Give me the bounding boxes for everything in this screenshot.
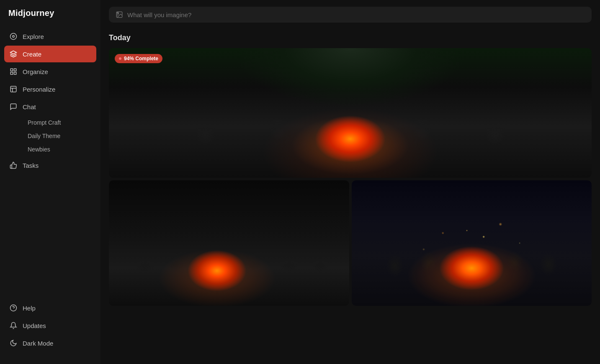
- sidebar-item-tasks[interactable]: Tasks: [4, 157, 96, 174]
- sidebar-item-chat-label: Chat: [23, 103, 36, 110]
- progress-text: 94% Complete: [124, 56, 158, 62]
- svg-point-12: [118, 13, 118, 14]
- sidebar-item-updates-label: Updates: [23, 322, 46, 329]
- sidebar-item-newbies[interactable]: Newbies: [23, 143, 96, 156]
- image-grid-top: 94% Complete: [109, 48, 592, 178]
- app-logo: Midjourney: [0, 8, 100, 28]
- sidebar-item-personalize-label: Personalize: [23, 86, 55, 93]
- svg-rect-2: [10, 69, 13, 71]
- image-campfire-2: [109, 180, 349, 306]
- main-content: Today 94% Complete: [100, 0, 600, 364]
- sidebar: Midjourney Explore Create: [0, 0, 100, 364]
- svg-rect-5: [14, 72, 16, 74]
- sidebar-item-prompt-craft[interactable]: Prompt Craft: [23, 116, 96, 129]
- sidebar-item-explore-label: Explore: [23, 33, 44, 40]
- sidebar-item-updates[interactable]: Updates: [4, 317, 96, 334]
- image-campfire-3: [352, 180, 592, 306]
- section-title-today: Today: [109, 33, 592, 42]
- progress-badge: 94% Complete: [115, 54, 162, 63]
- sidebar-item-explore[interactable]: Explore: [4, 28, 96, 45]
- progress-dot: [119, 57, 121, 60]
- sidebar-item-organize-label: Organize: [23, 68, 48, 75]
- chat-sub-items: Prompt Craft Daily Theme Newbies: [4, 116, 96, 156]
- sidebar-item-help-label: Help: [23, 305, 36, 312]
- image-card-1[interactable]: 94% Complete: [109, 48, 592, 178]
- sidebar-item-personalize[interactable]: Personalize: [4, 81, 96, 97]
- sidebar-item-help[interactable]: Help: [4, 300, 96, 316]
- sidebar-item-create[interactable]: Create: [4, 46, 96, 62]
- dark-mode-icon: [9, 339, 18, 347]
- image-grid-bottom: [109, 180, 592, 306]
- image-card-3[interactable]: [352, 180, 592, 306]
- sidebar-item-organize[interactable]: Organize: [4, 63, 96, 80]
- sidebar-item-dark-mode-label: Dark Mode: [23, 340, 53, 347]
- content-area: Today 94% Complete: [100, 29, 600, 364]
- svg-rect-4: [10, 72, 13, 74]
- svg-point-0: [10, 33, 17, 40]
- create-icon: [9, 50, 18, 58]
- sidebar-item-create-label: Create: [23, 51, 41, 58]
- sidebar-item-tasks-label: Tasks: [23, 162, 39, 169]
- sidebar-bottom: Help Updates Dark Mode: [0, 300, 100, 356]
- explore-icon: [9, 32, 18, 41]
- search-input[interactable]: [127, 11, 585, 18]
- personalize-icon: [9, 85, 18, 93]
- svg-point-1: [13, 36, 15, 38]
- chat-icon: [9, 103, 18, 111]
- help-icon: [9, 304, 18, 312]
- tasks-icon: [9, 161, 18, 169]
- search-bar: [100, 0, 600, 29]
- updates-icon: [9, 321, 18, 330]
- svg-rect-3: [14, 69, 16, 71]
- organize-icon: [9, 67, 18, 76]
- image-campfire-1: [109, 48, 592, 178]
- svg-rect-6: [10, 86, 16, 92]
- sidebar-nav: Explore Create Organize: [0, 28, 100, 300]
- sidebar-item-dark-mode[interactable]: Dark Mode: [4, 335, 96, 351]
- sidebar-item-chat[interactable]: Chat: [4, 98, 96, 115]
- image-card-2[interactable]: [109, 180, 349, 306]
- search-wrapper[interactable]: [109, 7, 592, 23]
- search-icon: [116, 11, 123, 18]
- sidebar-item-daily-theme[interactable]: Daily Theme: [23, 129, 96, 143]
